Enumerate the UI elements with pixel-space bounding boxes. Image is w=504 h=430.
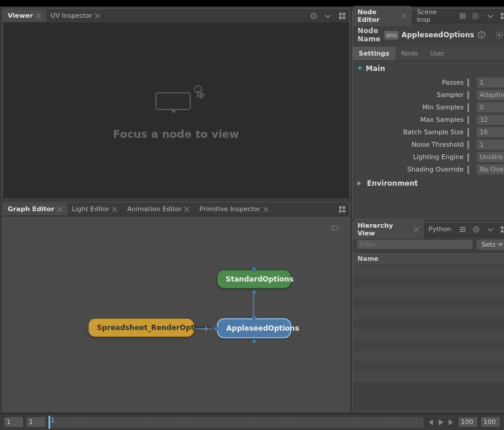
timeline-start-inner[interactable]: 1	[26, 416, 46, 428]
node-label: Spreadsheet_RenderOptions	[97, 324, 211, 332]
param-row: SamplerAdaptiv	[353, 89, 504, 101]
tab-animation-editor[interactable]: Animation Editor	[122, 203, 194, 215]
list-item[interactable]	[353, 308, 504, 319]
tab-python[interactable]: Python	[424, 223, 456, 235]
node-port[interactable]	[252, 267, 256, 271]
node-port[interactable]	[252, 339, 256, 344]
node-editor-subtabs: Settings Node User	[353, 47, 504, 61]
menu-icon[interactable]	[457, 10, 468, 22]
param-value[interactable]: Unidire	[477, 152, 504, 162]
tab-viewer[interactable]: Viewer	[3, 9, 46, 22]
list-item[interactable]	[353, 329, 504, 340]
skip-start-icon[interactable]	[426, 418, 434, 426]
layout-grid-icon[interactable]	[336, 10, 348, 22]
play-icon[interactable]	[437, 418, 445, 426]
skip-end-icon[interactable]	[447, 418, 456, 426]
param-row: Noise Threshold1	[353, 138, 504, 151]
node-port[interactable]	[213, 326, 218, 331]
param-label: Max Samples	[357, 116, 464, 124]
list-item[interactable]	[353, 319, 504, 329]
tab-label: Light Editor	[72, 205, 110, 213]
chevron-down-icon[interactable]	[485, 224, 496, 235]
layout-grid-icon[interactable]	[336, 203, 348, 215]
param-override-toggle[interactable]	[467, 116, 473, 124]
list-item[interactable]	[353, 287, 504, 298]
param-override-toggle[interactable]	[467, 104, 473, 112]
section-header[interactable]: Main	[353, 61, 504, 76]
param-value[interactable]: 0	[477, 102, 504, 112]
viewer-body[interactable]: Focus a node to view	[3, 23, 349, 199]
close-icon[interactable]	[414, 227, 420, 232]
chevron-down-icon[interactable]	[485, 10, 496, 22]
param-override-toggle[interactable]	[467, 128, 473, 137]
param-value[interactable]: 16	[477, 127, 504, 137]
graph-node-spreadsheet[interactable]: Spreadsheet_RenderOptions	[88, 318, 194, 337]
section-title: Environment	[367, 179, 418, 187]
close-icon[interactable]	[402, 13, 408, 19]
menu-icon[interactable]	[457, 224, 468, 235]
param-override-toggle[interactable]	[467, 91, 473, 99]
subtab-node[interactable]: Node	[395, 47, 424, 60]
comment-icon[interactable]	[329, 222, 341, 234]
param-override-toggle[interactable]	[467, 166, 473, 174]
timeline-end-inner[interactable]: 100	[458, 416, 478, 428]
close-icon[interactable]	[112, 206, 118, 212]
timeline-playhead[interactable]	[48, 416, 50, 429]
list-item[interactable]	[353, 361, 504, 372]
layout-grid-icon[interactable]	[498, 224, 504, 235]
tab-label: Node Editor	[357, 8, 399, 24]
target-icon[interactable]	[471, 224, 482, 235]
focus-placeholder-icon	[149, 82, 203, 117]
section-title: Main	[366, 64, 385, 73]
list-item[interactable]	[353, 372, 504, 383]
subtab-settings[interactable]: Settings	[353, 47, 395, 60]
tab-light-editor[interactable]: Light Editor	[67, 203, 123, 215]
list-item[interactable]	[353, 351, 504, 361]
viewer-tabbar: Viewer UV Inspector	[3, 9, 349, 23]
close-icon[interactable]	[95, 13, 100, 19]
param-value[interactable]: 1	[477, 77, 504, 88]
node-port[interactable]	[252, 315, 256, 319]
param-override-toggle[interactable]	[467, 141, 473, 149]
param-label: Min Samples	[357, 104, 464, 111]
tab-primitive-inspector[interactable]: Primitive Inspector	[194, 203, 273, 215]
svg-rect-12	[501, 16, 503, 18]
chevron-down-icon[interactable]	[322, 10, 334, 22]
timeline-end-outer[interactable]: 100	[480, 416, 500, 428]
collapse-icon[interactable]	[471, 10, 482, 22]
timeline-track[interactable]: 1	[48, 417, 424, 428]
node-name-value[interactable]: AppleseedOptions	[401, 31, 474, 39]
param-override-toggle[interactable]	[467, 79, 473, 87]
graph-node-standard-options[interactable]: StandardOptions	[217, 270, 291, 289]
close-icon[interactable]	[35, 13, 41, 19]
close-icon[interactable]	[57, 206, 63, 212]
param-label: Lighting Engine	[357, 153, 464, 161]
graph-node-appleseed-options[interactable]: AppleseedOptions	[217, 318, 291, 338]
sets-dropdown[interactable]: Sets	[477, 240, 504, 250]
node-label: StandardOptions	[226, 275, 294, 283]
svg-point-1	[313, 15, 315, 17]
tab-uv-inspector[interactable]: UV Inspector	[46, 9, 105, 22]
close-icon[interactable]	[184, 206, 190, 212]
list-item[interactable]	[353, 276, 504, 287]
list-item[interactable]	[353, 340, 504, 351]
layout-grid-icon[interactable]	[498, 10, 504, 22]
graph-canvas[interactable]: StandardOptions AppleseedOptions	[3, 216, 349, 411]
list-item[interactable]	[353, 298, 504, 308]
list-item[interactable]	[353, 266, 504, 276]
param-value[interactable]: No Ove	[477, 164, 504, 174]
hierarchy-filter-input[interactable]	[356, 239, 473, 250]
timeline-start-outer[interactable]: 1	[4, 416, 24, 428]
param-value[interactable]: Adaptiv	[477, 90, 504, 100]
close-icon[interactable]	[263, 206, 269, 212]
param-value[interactable]: 1	[477, 140, 504, 150]
param-value[interactable]: 32	[477, 115, 504, 125]
gear-icon[interactable]	[493, 29, 504, 41]
target-icon[interactable]	[308, 10, 320, 22]
hierarchy-column-header[interactable]: Name	[353, 252, 504, 266]
section-header[interactable]: Environment	[353, 176, 504, 191]
param-override-toggle[interactable]	[467, 153, 473, 161]
info-icon[interactable]	[476, 29, 487, 41]
subtab-user[interactable]: User	[424, 47, 451, 60]
tab-graph-editor[interactable]: Graph Editor	[3, 203, 67, 215]
